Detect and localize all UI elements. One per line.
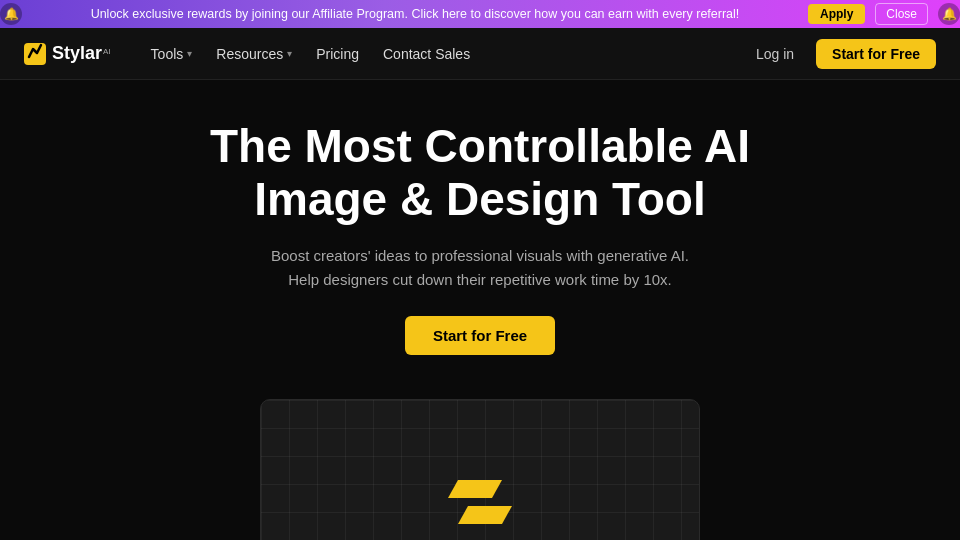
logo[interactable]: StylarAI [24, 43, 111, 65]
nav-contact-sales[interactable]: Contact Sales [373, 40, 480, 68]
nav-tools[interactable]: Tools ▾ [141, 40, 203, 68]
hero-heading: The Most Controllable AI Image & Design … [20, 120, 940, 226]
nav-links: Tools ▾ Resources ▾ Pricing Contact Sale… [141, 40, 746, 68]
chevron-down-icon: ▾ [187, 48, 192, 59]
nav-pricing[interactable]: Pricing [306, 40, 369, 68]
apply-button[interactable]: Apply [808, 4, 865, 24]
start-for-free-button[interactable]: Start for Free [816, 39, 936, 69]
right-circle-icon: 🔔 [938, 3, 960, 25]
chevron-down-icon: ▾ [287, 48, 292, 59]
s-logo-icon [440, 462, 520, 540]
close-banner-button[interactable]: Close [875, 3, 928, 25]
logo-icon [24, 43, 46, 65]
logo-wordmark: StylarAI [52, 43, 111, 64]
demo-preview [260, 399, 700, 540]
stylar-logo-demo [440, 462, 520, 540]
nav-right: Log in Start for Free [746, 39, 936, 69]
svg-marker-2 [458, 506, 512, 524]
svg-marker-1 [448, 480, 502, 498]
left-circle-icon: 🔔 [0, 3, 22, 25]
announcement-banner: 🔔 Unlock exclusive rewards by joining ou… [0, 0, 960, 28]
hero-section: The Most Controllable AI Image & Design … [0, 80, 960, 375]
navbar: StylarAI Tools ▾ Resources ▾ Pricing Con… [0, 28, 960, 80]
hero-cta-button[interactable]: Start for Free [405, 316, 555, 355]
svg-rect-0 [24, 43, 46, 65]
hero-subtitle: Boost creators' ideas to professional vi… [20, 244, 940, 292]
nav-resources[interactable]: Resources ▾ [206, 40, 302, 68]
announcement-text: Unlock exclusive rewards by joining our … [32, 7, 798, 21]
login-button[interactable]: Log in [746, 40, 804, 68]
